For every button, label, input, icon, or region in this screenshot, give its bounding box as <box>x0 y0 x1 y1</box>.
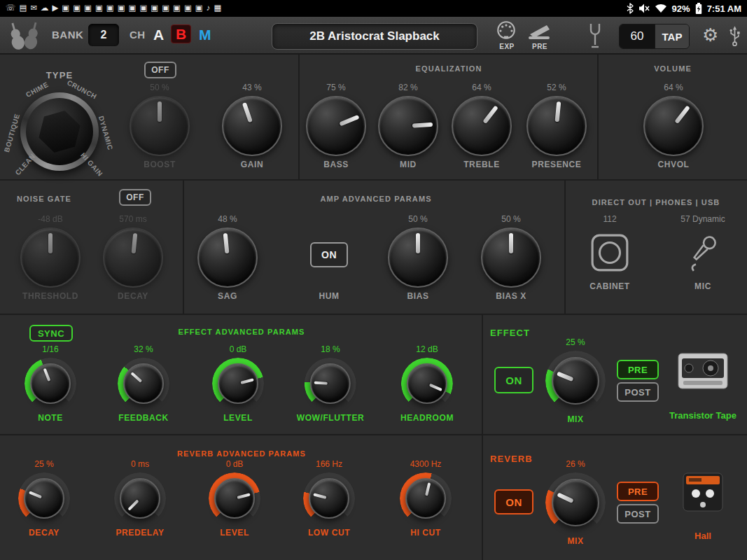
boost-knob[interactable]: 50 %BOOST <box>130 83 190 169</box>
clock: 7:51 AM <box>707 4 741 14</box>
gamepad-icon: ▣ <box>184 4 192 13</box>
headroom-knob[interactable]: 12 dBHEADROOM <box>400 344 454 423</box>
knob-dial[interactable] <box>452 96 512 156</box>
knob-dial[interactable] <box>545 351 606 411</box>
effect-level-knob[interactable]: 0 dBLEVEL <box>212 344 264 423</box>
knob-pointer <box>196 226 258 288</box>
reverb-on-button[interactable]: ON <box>494 489 533 514</box>
treble-knob[interactable]: 64 %TREBLE <box>452 83 512 169</box>
reverb-model-name[interactable]: Hall <box>694 531 711 541</box>
noise-gate-toggle-button[interactable]: OFF <box>119 189 151 206</box>
bank-value[interactable]: 2 <box>88 24 119 46</box>
presence-knob[interactable]: 52 %PRESENCE <box>526 83 587 169</box>
knob-dial[interactable] <box>103 227 163 288</box>
tempo-value[interactable]: 60 <box>620 24 655 48</box>
knob-cap <box>309 478 349 519</box>
knob-dial[interactable] <box>401 358 453 410</box>
knob-label: SAG <box>218 291 237 301</box>
cabinet-selector[interactable]: 112 CABINET <box>589 214 630 291</box>
sync-button[interactable]: SYNC <box>29 325 73 342</box>
reverb-post-button[interactable]: POST <box>617 504 659 524</box>
chvol-knob[interactable]: 64 %CHVOL <box>643 83 704 169</box>
knob-dial[interactable] <box>197 227 258 288</box>
settings-gear-icon[interactable]: ⚙ <box>702 26 718 44</box>
preset-name[interactable]: 2B Aristocrat Slapback <box>272 23 477 50</box>
sag-knob[interactable]: 48 %SAG <box>197 214 258 301</box>
knob-dial[interactable] <box>212 358 264 410</box>
effect-on-button[interactable]: ON <box>494 367 533 393</box>
bias-knob[interactable]: 50 %BIAS <box>388 214 448 301</box>
knob-pointer <box>389 229 447 286</box>
pre-pedal-icon[interactable] <box>526 21 552 43</box>
reverb-pre-button[interactable]: PRE <box>617 482 659 501</box>
hi-cut-knob[interactable]: 4300 HzHI CUT <box>400 459 452 538</box>
effect-pre-button[interactable]: PRE <box>617 360 659 379</box>
mic-selector[interactable]: 57 Dynamic MIC <box>680 214 725 291</box>
tuner-fork-icon[interactable] <box>587 22 603 52</box>
knob-cap <box>30 363 71 404</box>
knob-dial[interactable] <box>526 96 587 156</box>
knob-dial[interactable] <box>114 472 166 524</box>
channel-a-button[interactable]: A <box>153 27 164 42</box>
predelay-knob[interactable]: 0 msPREDELAY <box>114 459 166 538</box>
mic-value: 57 Dynamic <box>680 214 725 224</box>
knob-dial[interactable] <box>222 96 282 156</box>
tap-button[interactable]: TAP <box>655 24 689 48</box>
knob-dial[interactable] <box>20 227 81 288</box>
effect-title: EFFECT <box>490 328 530 338</box>
knob-cap <box>378 96 438 156</box>
feedback-knob[interactable]: 32 %FEEDBACK <box>118 344 169 423</box>
knob-dial[interactable] <box>303 472 355 524</box>
note-knob[interactable]: 1/16NOTE <box>25 344 76 423</box>
wow-flutter-knob[interactable]: 18 %WOW/FLUTTER <box>297 344 365 423</box>
threshold-knob[interactable]: -48 dBTHRESHOLD <box>20 214 81 301</box>
low-cut-knob[interactable]: 166 HzLOW CUT <box>303 459 355 538</box>
knob-value: -48 dB <box>38 214 62 224</box>
knob-value: 0 dB <box>230 344 247 354</box>
header-bar: BANK 2 CH A B M 2B Aristocrat Slapback E… <box>0 17 747 55</box>
knob-dial[interactable] <box>209 472 260 524</box>
knob-dial[interactable] <box>481 227 541 288</box>
channel-m-button[interactable]: M <box>199 27 211 42</box>
knob-dial[interactable] <box>643 96 704 156</box>
knob-dial[interactable] <box>130 96 190 156</box>
knob-cap <box>405 478 446 519</box>
gain-knob[interactable]: 43 %GAIN <box>222 83 282 169</box>
gate-decay-knob[interactable]: 570 msDECAY <box>103 214 163 301</box>
hum-toggle-button[interactable]: ON <box>310 242 348 267</box>
reverb-model-image[interactable] <box>680 472 725 515</box>
reverb-decay-knob[interactable]: 25 %DECAY <box>18 459 70 538</box>
knob-dial[interactable] <box>400 472 452 524</box>
knob-value: 48 % <box>218 214 237 224</box>
play-icon: ▶ <box>52 4 58 13</box>
mid-knob[interactable]: 82 %MID <box>378 83 438 169</box>
reverb-level-knob[interactable]: 0 dBLEVEL <box>209 459 260 538</box>
exp-midi-icon[interactable] <box>495 20 517 43</box>
effect-model-name[interactable]: Transistor Tape <box>669 410 736 421</box>
gamepad-icon: ▣ <box>129 4 137 13</box>
bias-x-knob[interactable]: 50 %BIAS X <box>481 214 541 301</box>
knob-dial[interactable] <box>306 96 366 156</box>
knob-dial[interactable] <box>305 358 356 410</box>
effect-mix-knob[interactable]: 25 %MIX <box>545 337 606 424</box>
knob-dial[interactable] <box>25 358 76 410</box>
knob-cap <box>103 227 163 288</box>
knob-label: MID <box>400 160 417 169</box>
reverb-mix-knob[interactable]: 26 %MIX <box>545 459 606 546</box>
knob-dial[interactable] <box>378 96 438 156</box>
knob-label: PRESENCE <box>532 160 582 169</box>
effect-post-button[interactable]: POST <box>617 382 659 402</box>
boost-toggle-button[interactable]: OFF <box>144 62 176 78</box>
knob-pointer <box>441 85 522 166</box>
exp-label: EXP <box>496 43 518 50</box>
knob-dial[interactable] <box>545 472 606 533</box>
knob-pointer <box>310 363 350 403</box>
effect-model-image[interactable] <box>678 353 728 392</box>
bass-knob[interactable]: 75 %BASS <box>306 83 366 169</box>
channel-b-button[interactable]: B <box>171 24 191 43</box>
knob-dial[interactable] <box>388 227 448 288</box>
knob-label: HEADROOM <box>400 413 454 423</box>
knob-dial[interactable] <box>18 472 70 524</box>
knob-dial[interactable] <box>118 358 169 410</box>
gamepad-icon: ▣ <box>73 4 81 13</box>
